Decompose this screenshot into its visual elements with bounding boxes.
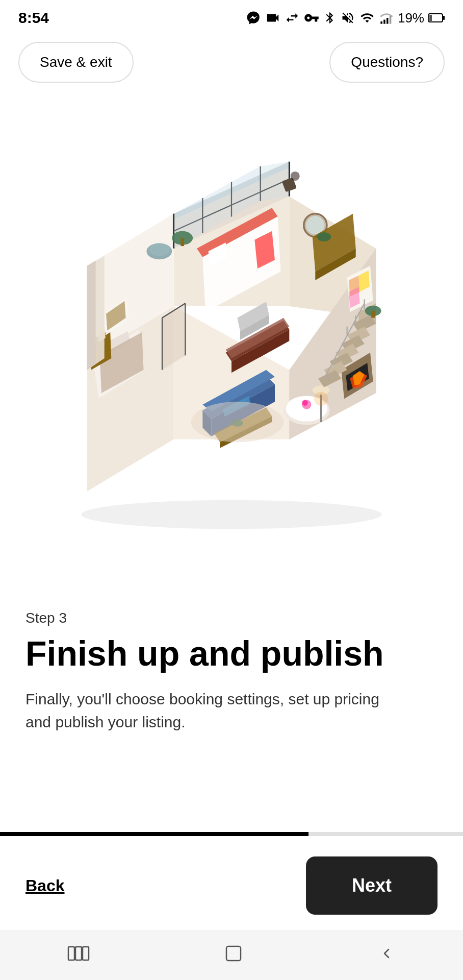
status-icons: 19% [246,10,445,26]
home-button[interactable] [224,944,243,963]
svg-rect-1 [383,20,385,24]
video-icon [265,10,280,26]
description-text: Finally, you'll choose booking settings,… [25,688,408,733]
main-title: Finish up and publish [25,634,438,673]
bluetooth-icon [323,10,337,26]
questions-button[interactable]: Questions? [329,42,445,83]
recent-apps-icon [67,946,90,961]
svg-rect-6 [443,16,445,20]
battery-icon [428,13,445,23]
svg-rect-101 [75,947,82,960]
house-illustration [58,147,405,535]
progress-segment-1 [0,832,155,836]
signal-icon [379,11,394,25]
messenger-icon [246,10,261,26]
top-navigation: Save & exit Questions? [0,32,463,98]
svg-rect-0 [380,21,382,24]
save-exit-button[interactable]: Save & exit [18,42,134,83]
back-nav-icon [377,944,396,963]
svg-point-37 [291,172,300,181]
svg-rect-2 [387,18,389,24]
battery-percentage: 19% [398,10,424,26]
svg-rect-3 [390,16,392,24]
svg-point-63 [302,400,307,406]
svg-rect-99 [371,311,375,318]
content-section: Step 3 Finish up and publish Finally, yo… [0,584,463,754]
progress-bar [0,832,463,836]
svg-rect-5 [429,15,432,21]
key-icon [304,10,319,26]
progress-segment-3 [308,832,463,836]
svg-marker-55 [87,261,96,370]
mute-icon [341,10,355,26]
wifi-icon [359,11,375,25]
svg-rect-103 [226,946,241,961]
svg-point-97 [191,402,284,442]
svg-point-35 [149,243,170,256]
back-nav-button[interactable] [377,944,396,963]
next-button[interactable]: Next [306,856,438,915]
house-svg [58,147,405,535]
progress-segment-2 [155,832,309,836]
step-label: Step 3 [25,610,438,626]
svg-rect-33 [181,238,184,247]
svg-rect-102 [83,947,89,960]
system-navigation-bar [0,930,463,980]
illustration-area [0,98,463,584]
bottom-navigation: Back Next [0,836,463,930]
svg-point-74 [314,392,328,406]
status-bar: 8:54 [0,0,463,32]
home-icon [224,944,243,963]
svg-point-42 [317,232,331,241]
back-button[interactable]: Back [25,876,65,895]
svg-rect-100 [68,947,74,960]
status-time: 8:54 [18,9,49,27]
svg-point-7 [81,500,381,529]
recent-apps-button[interactable] [67,946,90,961]
transfer-icon [285,10,300,26]
